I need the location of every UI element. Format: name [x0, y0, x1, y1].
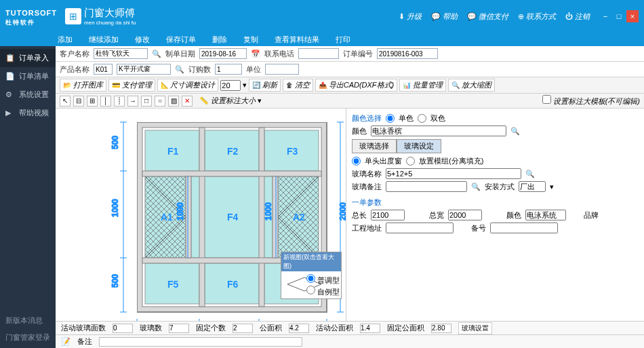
sidebar-help-video[interactable]: ▶帮助视频 — [0, 104, 56, 122]
color-double-radio[interactable] — [418, 114, 426, 123]
active-area[interactable] — [360, 324, 380, 333]
close-button[interactable]: × — [626, 10, 639, 22]
batch-button[interactable]: 📊 批量管理 — [399, 79, 446, 92]
qty-input[interactable] — [215, 64, 242, 75]
fixed-area[interactable] — [431, 324, 451, 333]
calendar-icon[interactable]: 📅 — [251, 50, 260, 58]
dropdown-icon[interactable]: ▾ — [550, 182, 554, 191]
fixed-count[interactable] — [233, 324, 253, 333]
tab-glass-setting[interactable]: 玻璃设定 — [397, 139, 441, 153]
sidebar-settings[interactable]: ⚙系统设置 — [0, 85, 56, 104]
note-icon: 📝 — [61, 337, 71, 346]
search-icon[interactable]: 🔍 — [175, 65, 184, 74]
menu-continue-add[interactable]: 继续添加 — [89, 35, 119, 45]
contact-input[interactable] — [298, 48, 339, 59]
status-bar: 活动玻璃面数 玻璃数 固定个数 公面积 活动公面积 固定公面积 玻璃设置 — [56, 321, 644, 334]
tool-fill[interactable]: ▨ — [168, 96, 179, 107]
contact-link[interactable]: ⊕ 联系方式 — [518, 12, 556, 22]
zoom-button[interactable]: 🔍 放大缩图 — [448, 79, 495, 92]
tool-arrow[interactable]: → — [127, 96, 138, 107]
sidebar-news[interactable]: 新版本消息 — [5, 315, 50, 326]
search-icon[interactable]: 🔍 — [510, 127, 520, 136]
title-bar: TUTORSOFT 杜特软件 ⊞ 门窗大师傅 men chuang da shi… — [0, 0, 644, 33]
length-input[interactable] — [371, 210, 405, 220]
search-icon[interactable]: 🔍 — [525, 170, 535, 178]
tool-split-v[interactable]: ⊞ — [87, 96, 98, 107]
tool-line[interactable]: │ — [100, 96, 111, 107]
info-bar-2: 产品名称 🔍 订购数 单位 — [56, 62, 644, 77]
preview-panel[interactable]: 新视图(双击查看大图) 普调型 自例型 — [281, 252, 342, 299]
wechat-link[interactable]: 💬 微信支付 — [467, 12, 508, 22]
tool-cursor[interactable]: ↖ — [60, 96, 71, 107]
menu-add[interactable]: 添加 — [58, 35, 73, 45]
color-single-radio[interactable] — [386, 114, 395, 123]
preview-opt1[interactable] — [306, 274, 315, 283]
menu-print[interactable]: 打印 — [336, 35, 350, 45]
product-input[interactable] — [117, 64, 171, 75]
tool-rect[interactable]: □ — [141, 96, 152, 107]
glass-note-input[interactable] — [386, 181, 467, 192]
menu-copy[interactable]: 复制 — [243, 35, 258, 45]
svg-text:500: 500 — [110, 274, 120, 288]
sidebar-order-entry[interactable]: 📋订单录入 — [0, 49, 56, 67]
info-bar-1: 客户名称 🔍 制单日期 📅 联系电话 订单编号 — [56, 46, 644, 62]
open-library-button[interactable]: 📂 打开图库 — [60, 79, 106, 92]
glass-set-button[interactable]: 玻璃设置 — [458, 322, 492, 334]
tool-dash[interactable]: ┊ — [114, 96, 125, 107]
note-input[interactable] — [99, 337, 302, 347]
resize-button[interactable]: 📐 尺寸调整设计 — [157, 79, 219, 92]
install-input[interactable] — [519, 181, 546, 192]
tool-delete[interactable]: ✕ — [182, 96, 193, 107]
toolbar-2: ↖ ⊟ ⊞ │ ┊ → □ ○ ▨ ✕ 📏 设置标注大小 ▾ 设置标注大模板(不… — [56, 94, 644, 109]
remark-input[interactable] — [490, 223, 558, 233]
template-lock-checkbox[interactable] — [542, 95, 551, 104]
glass-opt1-radio[interactable] — [352, 157, 361, 166]
tab-glass-select[interactable]: 玻璃选择 — [352, 139, 397, 153]
width-input[interactable] — [448, 210, 482, 220]
svg-text:500: 500 — [110, 136, 120, 149]
svg-text:1000: 1000 — [176, 202, 185, 220]
help-link[interactable]: 💬 帮助 — [431, 12, 458, 22]
minimize-button[interactable]: − — [599, 10, 611, 22]
title-links: ⬇ 升级 💬 帮助 💬 微信支付 ⊕ 联系方式 ⏻ 注销 — [399, 12, 590, 22]
dropdown-icon[interactable]: ▾ — [243, 81, 247, 90]
address-input[interactable] — [386, 223, 454, 233]
logout-link[interactable]: ⏻ 注销 — [565, 12, 590, 22]
svg-text:2000: 2000 — [338, 202, 346, 220]
frame-color2-input[interactable] — [525, 210, 566, 220]
menu-calc[interactable]: 查看算料结果 — [275, 35, 319, 45]
date-input[interactable] — [199, 48, 247, 59]
clear-button[interactable]: 🗑 清空 — [283, 79, 313, 92]
export-cad-button[interactable]: 📤 导出CAD(DXF格式) — [315, 79, 397, 92]
tool-split-h[interactable]: ⊟ — [73, 96, 84, 107]
svg-text:1000: 1000 — [264, 202, 273, 220]
glass-area[interactable] — [169, 324, 189, 333]
search-icon[interactable]: 🔍 — [471, 182, 481, 191]
sidebar: 📋订单录入 📄订单清单 ⚙系统设置 ▶帮助视频 新版本消息 门窗管家登录 — [0, 46, 56, 348]
size-input[interactable] — [220, 80, 241, 91]
tool-circle[interactable]: ○ — [155, 96, 165, 107]
frame-color-input[interactable] — [371, 125, 506, 136]
upgrade-link[interactable]: ⬇ 升级 — [399, 12, 422, 22]
glass-opt2-radio[interactable] — [406, 157, 415, 166]
app-logo: ⊞ 门窗大师傅 men chuang da shi fu — [65, 7, 136, 26]
design-canvas[interactable]: F1 F2 F3 A1 F4 A2 — [56, 109, 346, 321]
product-code-input[interactable] — [94, 64, 113, 75]
menu-bar: 添加 继续添加 修改 保存订单 删除 复制 查看算料结果 打印 — [0, 33, 644, 46]
search-icon[interactable]: 🔍 — [152, 50, 161, 58]
menu-delete[interactable]: 删除 — [212, 35, 227, 45]
refresh-button[interactable]: 🔄 刷新 — [249, 79, 281, 92]
glass-count[interactable] — [113, 324, 133, 333]
payment-button[interactable]: 💳 支付管理 — [108, 79, 155, 92]
glass-name-input[interactable] — [386, 168, 521, 179]
sidebar-login[interactable]: 门窗管家登录 — [5, 332, 50, 343]
menu-edit[interactable]: 修改 — [135, 35, 150, 45]
orderno-input[interactable] — [377, 48, 438, 59]
customer-input[interactable] — [94, 48, 148, 59]
unit-input[interactable] — [265, 64, 299, 75]
preview-opt2[interactable] — [306, 286, 315, 294]
maximize-button[interactable]: □ — [613, 10, 625, 22]
sidebar-order-list[interactable]: 📄订单清单 — [0, 67, 56, 85]
menu-save[interactable]: 保存订单 — [166, 35, 196, 45]
area[interactable] — [289, 324, 309, 333]
